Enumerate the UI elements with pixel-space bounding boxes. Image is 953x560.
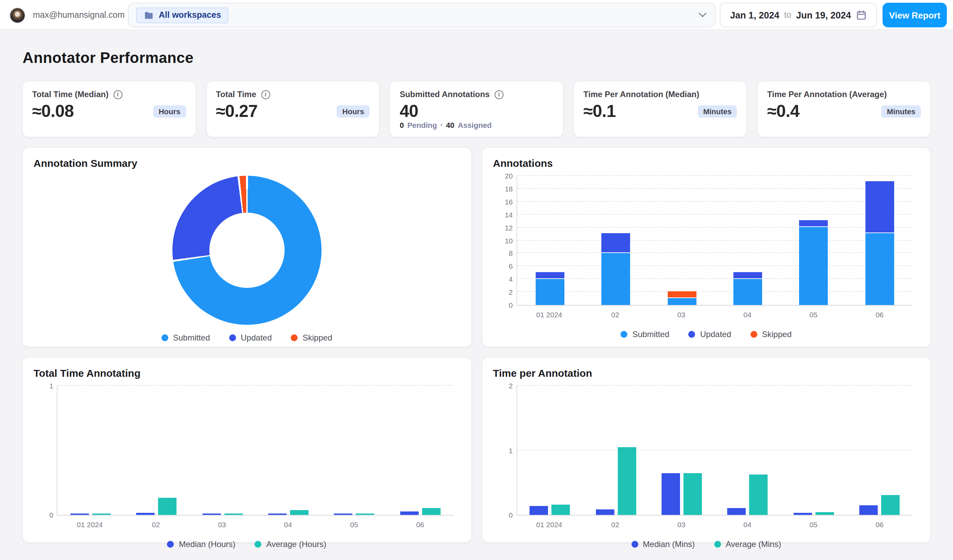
legend-dot-icon	[714, 541, 721, 548]
legend-item[interactable]: Average (Hours)	[255, 540, 326, 549]
metric-card-time-per-annotation-median: Time Per Annotation (Median) ≈0.1 Minute…	[573, 81, 747, 138]
annotation-summary-panel: Annotation Summary SubmittedUpdatedSkipp…	[22, 147, 472, 347]
bar-group	[847, 386, 913, 515]
metric-label: Time Per Annotation (Median)	[584, 90, 700, 99]
x-axis-label: 03	[648, 311, 714, 319]
x-axis-label: 06	[847, 311, 913, 319]
bar-average-hours-	[92, 514, 110, 515]
bar-group	[124, 386, 189, 515]
bar-average-mins-	[750, 475, 768, 515]
stacked-bar	[799, 220, 828, 305]
view-report-button[interactable]: View Report	[883, 3, 947, 27]
info-icon[interactable]	[113, 90, 122, 99]
info-icon[interactable]	[494, 90, 503, 99]
bars-area	[57, 386, 453, 515]
legend-item[interactable]: Submitted	[161, 333, 210, 343]
x-axis-label: 03	[648, 520, 714, 529]
legend-item[interactable]: Skipped	[291, 333, 332, 343]
user-avatar[interactable]	[9, 7, 25, 23]
x-axis-label: 01 2024	[57, 520, 123, 529]
x-axis-label: 02	[582, 311, 648, 319]
legend-label: Skipped	[762, 330, 792, 339]
legend-label: Average (Mins)	[725, 540, 781, 549]
unit-badge: Minutes	[698, 105, 737, 117]
legend-label: Updated	[700, 330, 731, 339]
legend-item[interactable]: Average (Mins)	[714, 540, 781, 549]
bar-segment-updated	[601, 233, 630, 253]
panel-title: Time per Annotation	[493, 367, 919, 379]
metric-value: ≈0.4	[767, 101, 800, 121]
x-axis-label: 06	[847, 520, 913, 529]
panel-title: Annotations	[493, 157, 919, 169]
bar-segment-submitted	[667, 298, 696, 305]
chart-legend: Median (Hours)Average (Hours)	[34, 540, 460, 549]
date-range-picker[interactable]: Jan 1, 2024 to Jun 19, 2024	[720, 3, 877, 27]
dashboard-content: Annotator Performance Total Time (Median…	[0, 30, 953, 543]
bar-median-mins-	[793, 513, 812, 515]
x-axis-label: 05	[781, 311, 847, 319]
legend-item[interactable]: Updated	[229, 333, 272, 343]
y-axis-label: 12	[496, 223, 513, 232]
unit-badge: Hours	[153, 105, 186, 117]
x-axis-label: 02	[123, 520, 189, 529]
legend-item[interactable]: Submitted	[621, 330, 669, 339]
annotations-chart: 0246810121416182001 20240203040506Submit…	[493, 176, 919, 339]
y-axis-label: 20	[496, 172, 513, 180]
legend-item[interactable]: Skipped	[751, 330, 792, 339]
total-time-annotating-chart: 0101 20240203040506Median (Hours)Average…	[34, 386, 460, 549]
x-axis-labels: 01 20240203040506	[516, 311, 913, 319]
metric-card-time-per-annotation-average: Time Per Annotation (Average) ≈0.4 Minut…	[757, 81, 931, 138]
bar-segment-submitted	[799, 227, 828, 305]
bar-group	[583, 176, 649, 305]
bar-median-hours-	[334, 514, 353, 515]
info-icon[interactable]	[261, 90, 270, 99]
bar-median-mins-	[860, 505, 878, 515]
bar-average-hours-	[158, 498, 177, 515]
chevron-down-icon	[699, 9, 707, 17]
stacked-bar	[535, 272, 564, 305]
y-axis-label: 10	[496, 236, 513, 244]
bar-segment-submitted	[535, 279, 564, 305]
x-axis-label: 03	[189, 520, 255, 529]
metric-value: ≈0.27	[216, 101, 258, 121]
legend-dot-icon	[229, 334, 236, 341]
x-axis-labels: 01 20240203040506	[516, 520, 913, 529]
assignment-status: 0 Pending • 40 Assigned	[399, 121, 553, 129]
app-root: max@humansignal.com All workspaces Jan 1…	[0, 0, 953, 560]
plot-area: 01	[57, 386, 453, 515]
workspace-chip[interactable]: All workspaces	[136, 7, 228, 23]
x-axis-labels: 01 20240203040506	[57, 520, 453, 529]
user-email: max@humansignal.com	[33, 10, 125, 20]
y-axis-label: 1	[496, 446, 513, 454]
calendar-icon	[856, 9, 867, 20]
legend-dot-icon	[291, 334, 298, 341]
bar-median-hours-	[268, 514, 287, 515]
legend-item[interactable]: Median (Mins)	[631, 540, 695, 549]
bar-median-mins-	[661, 473, 680, 515]
metric-card-total-time-median: Total Time (Median) ≈0.08 Hours	[22, 81, 196, 138]
legend-label: Skipped	[303, 333, 332, 343]
bars-area	[517, 386, 913, 515]
legend-item[interactable]: Updated	[689, 330, 731, 339]
bar-average-hours-	[224, 514, 242, 515]
bar-segment-updated	[733, 272, 762, 279]
bar-group	[715, 176, 781, 305]
bar-group	[517, 176, 583, 305]
legend-item[interactable]: Median (Hours)	[167, 540, 235, 549]
chart-legend: Median (Mins)Average (Mins)	[493, 540, 919, 549]
panel-title: Annotation Summary	[34, 157, 460, 169]
bar-group	[517, 386, 583, 515]
unit-badge: Minutes	[882, 105, 921, 117]
annotations-panel: Annotations 0246810121416182001 20240203…	[481, 147, 931, 347]
workspace-selector[interactable]: All workspaces	[128, 3, 716, 27]
y-axis-label: 4	[496, 275, 513, 283]
bar-average-mins-	[551, 504, 570, 515]
legend-dot-icon	[751, 331, 757, 338]
legend-label: Updated	[241, 333, 272, 343]
bar-group	[649, 176, 715, 305]
y-axis-label: 2	[496, 382, 513, 390]
legend-label: Submitted	[173, 333, 210, 343]
date-separator: to	[784, 10, 791, 20]
y-axis-label: 1	[37, 382, 53, 390]
bar-median-hours-	[400, 512, 419, 515]
